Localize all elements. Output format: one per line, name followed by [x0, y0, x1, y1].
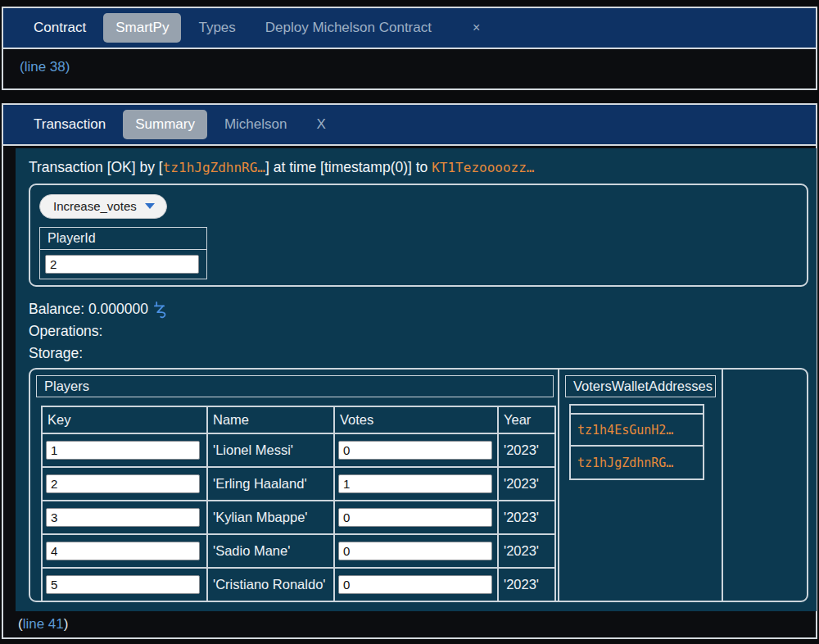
- table-row: 'Cristiano Ronaldo' '2023': [43, 569, 554, 601]
- votes-input[interactable]: [338, 542, 492, 560]
- col-header-votes: Votes: [335, 407, 499, 433]
- balance-line: Balance: 0.000000: [29, 301, 817, 318]
- players-column: Players Key Name Votes Year 'Lionel Mess…: [30, 370, 559, 601]
- transaction-status-line: (line 41): [3, 611, 816, 637]
- entrypoint-dropdown[interactable]: Increase_votes: [39, 194, 167, 219]
- name-cell: 'Kylian Mbappe': [208, 501, 335, 533]
- votes-input[interactable]: [338, 441, 492, 460]
- voters-column: VotersWalletAddresses tz1h4EsGunH2… tz1h…: [559, 370, 723, 601]
- votes-cell: [335, 535, 499, 567]
- voters-title: VotersWalletAddresses: [565, 375, 716, 397]
- voter-address: tz1hJgZdhnRG…: [577, 456, 673, 470]
- voter-address: tz1h4EsGunH2…: [577, 423, 673, 438]
- votes-input[interactable]: [338, 508, 492, 527]
- destination-address: KT1Tezoooozz…: [432, 160, 534, 175]
- list-item: tz1hJgZdhnRG…: [571, 447, 703, 478]
- players-title: Players: [36, 375, 554, 397]
- transaction-report: Transaction [OK] by [tz1hJgZdhnRG…] at t…: [16, 148, 817, 611]
- year-cell: '2023': [499, 434, 551, 466]
- transaction-headline: Transaction [OK] by [tz1hJgZdhnRG…] at t…: [29, 159, 817, 176]
- player-id-input[interactable]: [45, 255, 199, 274]
- col-header-key: Key: [43, 407, 208, 433]
- year-cell: '2023': [499, 535, 551, 567]
- tab-michelson[interactable]: Michelson: [212, 110, 300, 139]
- year-cell: '2023': [499, 569, 551, 601]
- col-header-year: Year: [499, 407, 551, 433]
- balance-label: Balance: 0.000000: [29, 301, 148, 318]
- operations-line: Operations:: [29, 323, 817, 340]
- key-cell: [43, 468, 208, 500]
- tab-x[interactable]: X: [304, 110, 337, 139]
- list-item: tz1h4EsGunH2…: [571, 415, 703, 447]
- year-cell: '2023': [499, 501, 551, 533]
- storage-label: Storage:: [29, 345, 83, 362]
- votes-cell: [335, 569, 499, 601]
- status-close-paren: ): [66, 59, 70, 75]
- key-input[interactable]: [46, 575, 200, 594]
- players-table: Key Name Votes Year 'Lionel Messi' '2023…: [41, 406, 556, 602]
- transaction-tabbar: Transaction Summary Michelson X: [3, 105, 816, 146]
- status-close-paren: ): [64, 616, 69, 633]
- name-cell: 'Lionel Messi': [208, 434, 335, 466]
- operations-label: Operations:: [29, 323, 102, 340]
- tez-icon: [154, 302, 166, 319]
- storage-box: Players Key Name Votes Year 'Lionel Mess…: [29, 368, 808, 602]
- key-cell: [43, 501, 208, 533]
- sender-address: tz1hJgZdhnRG…: [163, 160, 265, 175]
- entrypoint-dropdown-label: Increase_votes: [53, 199, 137, 213]
- param-value-cell: [40, 250, 206, 279]
- tab-smartpy[interactable]: SmartPy: [103, 13, 181, 43]
- year-cell: '2023': [499, 468, 551, 500]
- transaction-headline-middle: ] at time [timestamp(0)] to: [265, 159, 432, 175]
- votes-cell: [335, 434, 499, 466]
- entrypoint-param-table: PlayerId: [39, 227, 207, 279]
- key-cell: [43, 569, 208, 601]
- players-header-row: Key Name Votes Year: [43, 407, 554, 434]
- tab-deploy-michelson-contract[interactable]: Deploy Michelson Contract: [253, 13, 444, 43]
- key-cell: [43, 434, 208, 466]
- tab-transaction[interactable]: Transaction: [21, 110, 118, 139]
- entrypoint-box: Increase_votes PlayerId: [29, 184, 808, 287]
- tab-types[interactable]: Types: [186, 13, 247, 43]
- transaction-panel: Transaction Summary Michelson X Transact…: [2, 103, 817, 639]
- close-tab-icon[interactable]: ×: [460, 14, 492, 42]
- name-cell: 'Erling Haaland': [208, 468, 335, 500]
- key-cell: [43, 535, 208, 567]
- transaction-headline-prefix: Transaction [OK] by [: [29, 159, 163, 175]
- votes-input[interactable]: [338, 474, 492, 493]
- key-input[interactable]: [46, 474, 200, 493]
- contract-tabbar: Contract SmartPy Types Deploy Michelson …: [3, 8, 816, 49]
- contract-output-panel: Contract SmartPy Types Deploy Michelson …: [2, 7, 817, 90]
- votes-cell: [335, 501, 499, 533]
- line-41-link[interactable]: line 41: [23, 616, 64, 633]
- tab-contract[interactable]: Contract: [21, 13, 98, 43]
- table-row: 'Kylian Mbappe' '2023': [43, 501, 554, 535]
- table-row: 'Sadio Mane' '2023': [43, 535, 554, 569]
- table-row: 'Erling Haaland' '2023': [43, 468, 554, 501]
- key-input[interactable]: [46, 508, 200, 527]
- voters-table: tz1h4EsGunH2… tz1hJgZdhnRG…: [569, 404, 704, 480]
- chevron-down-icon: [145, 203, 155, 209]
- key-input[interactable]: [46, 441, 200, 460]
- storage-empty-area: [723, 370, 807, 601]
- contract-status-line: (line 38): [3, 49, 816, 85]
- name-cell: 'Sadio Mane': [208, 535, 335, 567]
- tab-summary[interactable]: Summary: [123, 110, 207, 139]
- name-cell: 'Cristiano Ronaldo': [208, 569, 335, 601]
- param-label: PlayerId: [40, 228, 206, 250]
- voters-empty-header: [571, 406, 703, 415]
- line-38-link[interactable]: line 38: [25, 59, 66, 75]
- votes-input[interactable]: [338, 575, 492, 594]
- key-input[interactable]: [46, 542, 200, 560]
- storage-line: Storage:: [29, 345, 817, 362]
- col-header-name: Name: [208, 407, 335, 433]
- table-row: 'Lionel Messi' '2023': [43, 434, 554, 468]
- votes-cell: [335, 468, 499, 500]
